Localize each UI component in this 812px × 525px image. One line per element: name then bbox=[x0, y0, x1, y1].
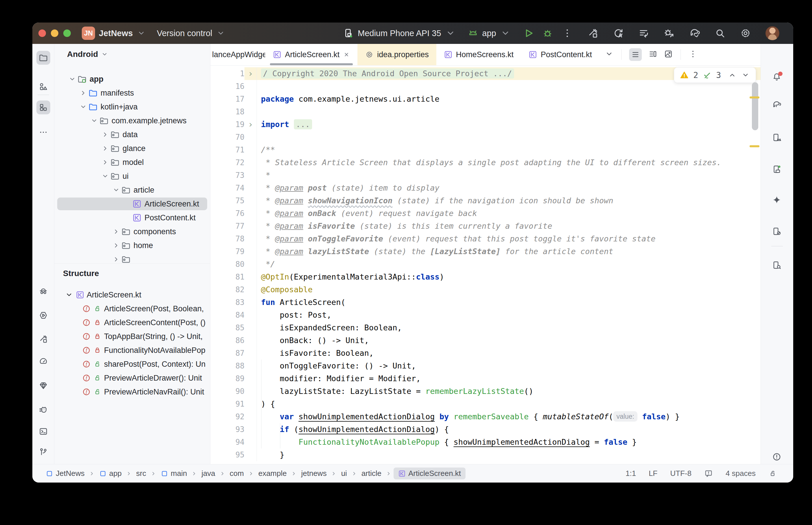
breadcrumb-item-src[interactable]: src bbox=[134, 467, 149, 479]
tool-button-notifications[interactable] bbox=[770, 70, 784, 84]
tool-button-running-devices[interactable] bbox=[770, 162, 784, 176]
debug-bug-icon[interactable] bbox=[542, 28, 553, 39]
editor-tab-homescreens-kt[interactable]: HomeScreens.kt bbox=[436, 44, 521, 65]
tree-item[interactable] bbox=[54, 252, 210, 264]
tool-button-device-mirroring[interactable] bbox=[770, 224, 784, 238]
structure-item[interactable]: fArticleScreenContent(Post, () bbox=[54, 316, 210, 330]
fold-marker-icon[interactable]: › bbox=[245, 118, 256, 131]
code-line-82[interactable]: 82@Composable bbox=[210, 283, 761, 296]
tree-item-manifests[interactable]: manifests bbox=[54, 86, 210, 100]
tree-item-postcontent-kt[interactable]: PostContent.kt bbox=[54, 211, 210, 225]
breadcrumb-item-java[interactable]: java bbox=[199, 467, 218, 479]
tool-button-terminal[interactable] bbox=[36, 424, 50, 438]
structure-item[interactable]: fsharePost(Post, Context): Un bbox=[54, 357, 210, 371]
code-line-76[interactable]: 76 * @param onBack (event) request navig… bbox=[210, 207, 761, 220]
inspections-widget[interactable]: 2 3 bbox=[674, 67, 756, 83]
tree-item-home[interactable]: home bbox=[54, 239, 210, 252]
device-selector[interactable]: Medium Phone API 35 bbox=[343, 28, 456, 39]
close-window-button[interactable] bbox=[39, 29, 46, 37]
vcs-widget[interactable]: Version control bbox=[157, 29, 225, 38]
code-line-19[interactable]: 19›import ... bbox=[210, 118, 761, 131]
project-widget[interactable]: JN JetNews bbox=[82, 27, 146, 40]
line-separator[interactable]: LF bbox=[649, 469, 658, 478]
code-line-80[interactable]: 80 */ bbox=[210, 258, 761, 271]
structure-item[interactable]: fPreviewArticleNavRail(): Unit bbox=[54, 385, 210, 399]
structure-item[interactable]: fArticleScreen(Post, Boolean, bbox=[54, 302, 210, 316]
code-line-88[interactable]: 88 onToggleFavorite: () -> Unit, bbox=[210, 360, 761, 372]
apply-changes-icon[interactable] bbox=[613, 28, 624, 39]
scrollbar-warning-mark[interactable] bbox=[750, 145, 759, 147]
breadcrumb-item-com[interactable]: com bbox=[227, 467, 246, 479]
code-line-71[interactable]: 71/** bbox=[210, 144, 761, 156]
tab-action-tab-list-chevron[interactable] bbox=[605, 49, 614, 60]
scrollbar-thumb[interactable] bbox=[752, 82, 758, 130]
code-line-81[interactable]: 81@OptIn(ExperimentalMaterial3Api::class… bbox=[210, 271, 761, 283]
run-play-icon[interactable] bbox=[523, 28, 534, 39]
structure-root[interactable]: ArticleScreen.kt bbox=[54, 288, 210, 302]
tree-item-article[interactable]: article bbox=[54, 183, 210, 197]
tree-item-components[interactable]: components bbox=[54, 225, 210, 239]
minimize-window-button[interactable] bbox=[51, 29, 58, 37]
tree-item-articlescreen-kt[interactable]: ArticleScreen.kt bbox=[54, 197, 210, 211]
tool-button-app-quality-insights[interactable] bbox=[36, 284, 50, 298]
tool-button-structure[interactable] bbox=[36, 101, 50, 114]
code-line-92[interactable]: 92 var showUnimplementedActionDialog by … bbox=[210, 410, 761, 423]
tool-button-project-folder[interactable] bbox=[36, 51, 50, 65]
code-line-90[interactable]: 90 lazyListState: LazyListState = rememb… bbox=[210, 385, 761, 397]
tool-button-layout-inspector[interactable] bbox=[770, 258, 784, 272]
code-line-83[interactable]: 83fun ArticleScreen( bbox=[210, 296, 761, 309]
tool-button-gemini[interactable] bbox=[770, 193, 784, 207]
tab-action-more-vertical[interactable] bbox=[688, 49, 697, 60]
tool-button-run-hexagon[interactable] bbox=[36, 309, 50, 322]
attach-debugger-icon[interactable] bbox=[664, 28, 675, 39]
tab-action-split-editor[interactable] bbox=[648, 49, 658, 60]
message-exclamation-icon[interactable] bbox=[704, 469, 713, 478]
code-line-18[interactable]: 18 bbox=[210, 105, 761, 118]
tab-action-single-file-view[interactable] bbox=[629, 48, 642, 61]
tree-item-model[interactable]: model bbox=[54, 155, 210, 169]
breadcrumb-item-app[interactable]: app bbox=[97, 467, 124, 479]
fold-marker-icon[interactable]: › bbox=[245, 67, 256, 80]
code-line-70[interactable]: 70 bbox=[210, 131, 761, 144]
scrollbar-warning-mark[interactable] bbox=[750, 96, 759, 99]
code-line-74[interactable]: 74 * @param post (state) item to display bbox=[210, 182, 761, 194]
tree-item-kotlin-java[interactable]: kotlin+java bbox=[54, 100, 210, 114]
search-icon[interactable] bbox=[714, 28, 726, 39]
breadcrumb-item-main[interactable]: main bbox=[158, 467, 189, 479]
apply-code-changes-icon[interactable] bbox=[638, 28, 649, 39]
tree-item-glance[interactable]: glance bbox=[54, 141, 210, 155]
chevron-up-icon[interactable] bbox=[728, 71, 737, 79]
breadcrumb-item-article[interactable]: article bbox=[359, 467, 384, 479]
zoom-window-button[interactable] bbox=[63, 29, 71, 37]
project-view-selector[interactable]: Android bbox=[54, 44, 210, 65]
editor-tab-postcontent-kt[interactable]: PostContent.kt bbox=[521, 44, 599, 65]
code-line-94[interactable]: 94 FunctionalityNotAvailablePopup { show… bbox=[210, 436, 761, 449]
code-line-72[interactable]: 72 * Stateless Article Screen that displ… bbox=[210, 156, 761, 169]
unlocked-icon[interactable] bbox=[768, 469, 777, 478]
code-line-17[interactable]: 17package com.example.jetnews.ui.article bbox=[210, 93, 761, 105]
editor-tab-articlescreen-kt[interactable]: ArticleScreen.kt bbox=[265, 44, 357, 65]
breadcrumb-item-example[interactable]: example bbox=[256, 467, 289, 479]
code-line-73[interactable]: 73 * bbox=[210, 169, 761, 182]
code-editor[interactable]: 1›/ Copyright 2020 The Android Open Sour… bbox=[210, 65, 761, 464]
tree-item-ui[interactable]: ui bbox=[54, 169, 210, 183]
code-line-78[interactable]: 78 * @param onToggleFavorite (event) req… bbox=[210, 232, 761, 245]
code-line-95[interactable]: 95 } bbox=[210, 449, 761, 461]
build-hammer-icon[interactable] bbox=[588, 28, 599, 39]
tree-item-com-example-jetnews[interactable]: com.example.jetnews bbox=[54, 114, 210, 127]
breadcrumb-item-jetnews[interactable]: jetnews bbox=[299, 467, 329, 479]
tool-button-more-tools[interactable] bbox=[36, 125, 50, 139]
tool-button-profiler[interactable] bbox=[36, 354, 50, 368]
user-avatar[interactable] bbox=[766, 26, 779, 40]
code-line-75[interactable]: 75 * @param showNavigationIcon (state) i… bbox=[210, 194, 761, 207]
tree-item-app[interactable]: app bbox=[54, 72, 210, 86]
breadcrumb-item-jetnews[interactable]: JetNews bbox=[43, 467, 87, 479]
code-line-93[interactable]: 93 if (showUnimplementedActionDialog) { bbox=[210, 423, 761, 436]
code-line-84[interactable]: 84 post: Post, bbox=[210, 309, 761, 321]
code-line-85[interactable]: 85 isExpandedScreen: Boolean, bbox=[210, 321, 761, 334]
code-line-89[interactable]: 89 modifier: Modifier = Modifier, bbox=[210, 372, 761, 385]
tool-button-device-manager[interactable] bbox=[770, 131, 784, 145]
caret-position[interactable]: 1:1 bbox=[625, 469, 636, 478]
tree-item-data[interactable]: data bbox=[54, 127, 210, 141]
chevron-down-icon[interactable] bbox=[741, 71, 750, 79]
